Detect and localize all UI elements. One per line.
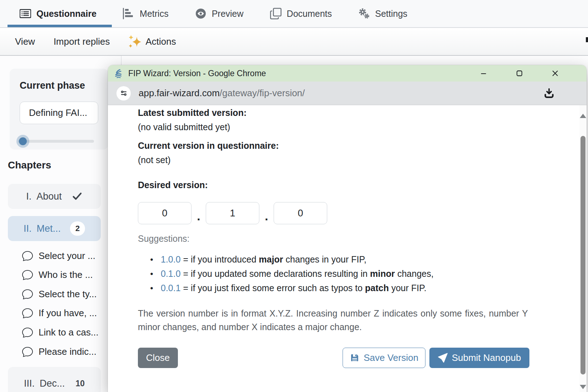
sidebar-chapter-metrics[interactable]: II. Met... 2 (8, 216, 101, 241)
tab-label: Preview (212, 9, 244, 19)
url-text[interactable]: app.fair-wizard.com/gateway/fip-version/ (139, 88, 305, 99)
tune-icon (120, 89, 128, 97)
window-titlebar[interactable]: FIP Wizard: Version - Google Chrome (108, 65, 587, 82)
suggestion-text: = if you updated some declarations resul… (181, 269, 370, 279)
version-inputs-row: . . (138, 202, 579, 225)
submit-nanopub-button[interactable]: Submit Nanopub (429, 348, 529, 368)
minimize-icon (480, 69, 488, 77)
chat-bubble-icon (22, 250, 33, 261)
suggestion-item: 0.0.1 = if you just fixed some error suc… (161, 281, 579, 295)
scrollbar-thumb[interactable] (580, 136, 585, 374)
floppy-save-icon (350, 353, 359, 363)
questionnaire-toolbar: View Import replies Actions (0, 28, 588, 56)
close-button[interactable]: Close (138, 348, 178, 368)
tab-metrics[interactable]: Metrics (123, 0, 169, 27)
card-list-icon (20, 8, 31, 19)
actions-menu[interactable]: Actions (128, 35, 176, 48)
scroll-down-arrow-icon[interactable] (580, 385, 586, 389)
import-replies-menu[interactable]: Import replies (54, 36, 110, 47)
version-format-note: The version number is in format X.Y.Z. I… (138, 307, 528, 334)
current-version-label: Current version in questionnaire: (138, 139, 579, 152)
tab-label: Documents (287, 9, 332, 19)
sidebar-question-item[interactable]: Select the ty... (22, 287, 97, 301)
tab-preview[interactable]: Preview (195, 0, 244, 27)
question-label: If you have, ... (39, 308, 97, 319)
dialog-actions-row: Close Save Version Submit Nanopub (138, 348, 529, 368)
desired-version-label: Desired version: (138, 178, 579, 192)
suggestion-version-link[interactable]: 0.1.0 (161, 269, 181, 279)
sidebar-chapter-about[interactable]: I. About (8, 184, 101, 209)
send-plane-icon (438, 353, 448, 363)
sparkle-icon (128, 35, 142, 48)
chapter-badge: 10 (75, 379, 85, 388)
version-dialog-content: Latest submitted version: (no valid subm… (108, 105, 579, 392)
eye-circle-icon (195, 8, 206, 19)
question-label: Select the ty... (39, 289, 97, 300)
current-version-value: (not set) (138, 153, 579, 167)
sidebar-question-item[interactable]: Who is the ... (22, 268, 93, 282)
minimize-button[interactable] (476, 67, 492, 80)
sidebar-question-item[interactable]: If you have, ... (22, 306, 97, 320)
question-label: Who is the ... (39, 269, 93, 280)
phase-slider-track (18, 140, 94, 143)
bar-chart-icon (123, 8, 134, 19)
sidebar-question-item[interactable]: Please indic... (22, 344, 96, 359)
suggestion-item: 0.1.0 = if you updated some declarations… (161, 267, 579, 280)
tab-label: Metrics (140, 9, 169, 19)
suggestion-item: 1.0.0 = if you introduced major changes … (161, 253, 579, 266)
suggestion-version-link[interactable]: 1.0.0 (161, 254, 181, 264)
chat-bubble-icon (22, 308, 33, 318)
gears-icon (358, 8, 370, 19)
current-phase-select[interactable] (20, 102, 98, 124)
question-label: Please indic... (39, 346, 96, 357)
suggestion-bold: major (259, 254, 283, 264)
actions-label: Actions (145, 36, 176, 47)
version-major-input[interactable] (138, 202, 191, 224)
close-window-button[interactable] (547, 67, 563, 80)
suggestion-version-link[interactable]: 0.0.1 (161, 283, 181, 293)
tab-settings[interactable]: Settings (358, 0, 407, 27)
view-menu[interactable]: View (15, 36, 35, 47)
question-label: Select your ... (39, 250, 95, 261)
version-patch-input[interactable] (274, 202, 327, 224)
sidebar-question-item[interactable]: Link to a cas... (22, 325, 99, 339)
top-tab-bar: Questionnaire Metrics Preview Documents … (0, 0, 588, 28)
chapter-label: Dec... (40, 378, 65, 389)
sidebar-question-item[interactable]: Select your ... (22, 249, 95, 263)
suggestion-text: = if you just fixed some error such as t… (181, 283, 365, 293)
tab-documents[interactable]: Documents (270, 0, 332, 27)
window-title: FIP Wizard: Version - Google Chrome (128, 69, 456, 78)
browser-url-bar: app.fair-wizard.com/gateway/fip-version/ (108, 82, 587, 105)
url-path: /gateway/fip-version/ (220, 88, 305, 98)
tab-questionnaire[interactable]: Questionnaire (20, 0, 96, 27)
version-separator: . (259, 209, 274, 223)
scroll-up-arrow-icon[interactable] (580, 114, 586, 118)
check-icon (72, 191, 83, 202)
download-icon[interactable] (543, 87, 555, 99)
chapter-label: Met... (37, 223, 61, 234)
tab-label: Questionnaire (36, 9, 96, 19)
version-minor-input[interactable] (206, 202, 259, 224)
latest-version-value: (no valid submitted yet) (138, 120, 579, 134)
sidebar-chapter-declarations[interactable]: III. Dec... 10 (8, 367, 101, 392)
site-info-button[interactable] (116, 86, 131, 101)
save-version-button[interactable]: Save Version (343, 348, 425, 368)
chat-bubble-icon (22, 289, 33, 299)
chapters-heading: Chapters (8, 160, 51, 171)
chat-bubble-icon (22, 269, 33, 280)
chapter-numeral: II. (24, 223, 32, 234)
phase-slider[interactable] (18, 135, 94, 148)
chat-bubble-icon (22, 346, 33, 357)
chapter-numeral: III. (24, 378, 35, 389)
save-button-label: Save Version (364, 352, 418, 363)
phase-slider-thumb[interactable] (16, 135, 29, 148)
fip-version-window: FIP Wizard: Version - Google Chrome app.… (108, 65, 587, 392)
suggestion-text: changes in your FIP, (283, 254, 367, 264)
suggestion-text: = if you introduced (181, 254, 259, 264)
suggestion-bold: minor (370, 269, 395, 279)
suggestions-list: 1.0.0 = if you introduced major changes … (161, 253, 579, 295)
popup-scrollbar[interactable] (579, 105, 587, 392)
url-host: app.fair-wizard.com (139, 88, 220, 98)
maximize-button[interactable] (512, 67, 527, 80)
fip-wizard-logo-icon (114, 69, 123, 78)
